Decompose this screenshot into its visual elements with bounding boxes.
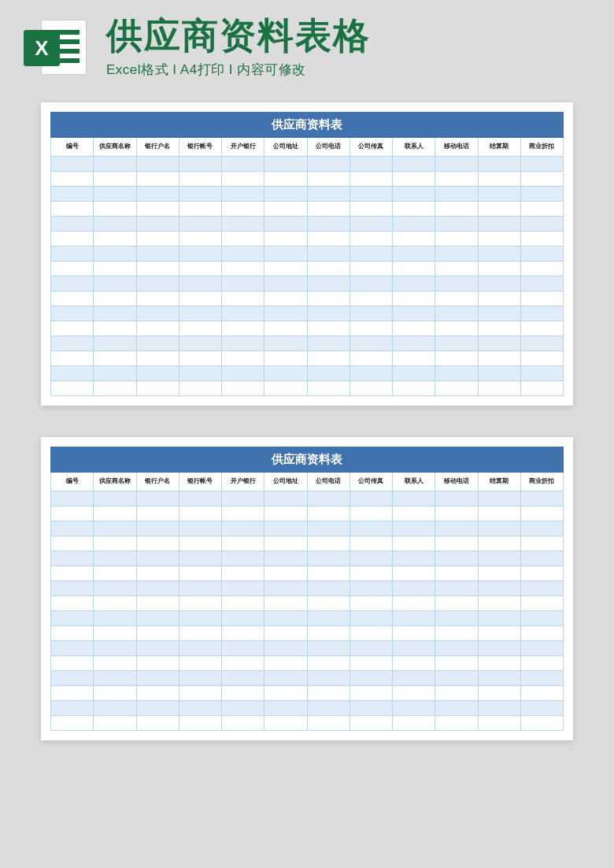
table-cell: [393, 491, 435, 506]
table-cell: [393, 276, 435, 291]
table-cell: [350, 156, 392, 171]
column-header: 结算期: [478, 472, 520, 491]
table-cell: [520, 595, 563, 610]
table-cell: [264, 336, 307, 351]
table-cell: [393, 610, 435, 625]
table-cell: [393, 306, 435, 321]
table-cell: [179, 231, 221, 246]
table-cell: [222, 306, 264, 321]
table-cell: [264, 365, 307, 380]
table-cell: [94, 261, 136, 276]
table-cell: [264, 321, 307, 336]
table-cell: [435, 595, 478, 610]
table-cell: [179, 536, 221, 551]
table-cell: [94, 291, 136, 306]
table-cell: [222, 521, 264, 536]
table-cell: [393, 321, 435, 336]
table-cell: [478, 336, 520, 351]
table-cell: [307, 491, 350, 506]
table-row: [51, 491, 564, 506]
table-cell: [94, 186, 136, 201]
table-cell: [520, 291, 563, 306]
table-row: [51, 536, 564, 551]
table-cell: [435, 521, 478, 536]
table-cell: [94, 715, 136, 730]
table-cell: [264, 276, 307, 291]
table-cell: [179, 625, 221, 640]
table-cell: [179, 365, 221, 380]
table-cell: [264, 216, 307, 231]
table-cell: [222, 321, 264, 336]
table-cell: [179, 321, 221, 336]
table-cell: [393, 380, 435, 395]
table-cell: [51, 186, 94, 201]
table-cell: [307, 655, 350, 670]
table-cell: [307, 536, 350, 551]
table-cell: [136, 380, 179, 395]
table-cell: [136, 551, 179, 566]
table-cell: [350, 216, 392, 231]
table-cell: [179, 171, 221, 186]
table-title: 供应商资料表: [51, 447, 564, 472]
table-cell: [307, 336, 350, 351]
table-cell: [179, 521, 221, 536]
page-subtitle: Excel格式 I A4打印 I 内容可修改: [106, 61, 590, 79]
table-cell: [179, 201, 221, 216]
table-cell: [264, 700, 307, 715]
table-cell: [264, 231, 307, 246]
table-cell: [94, 551, 136, 566]
table-cell: [478, 201, 520, 216]
table-cell: [307, 231, 350, 246]
table-cell: [307, 186, 350, 201]
table-cell: [307, 156, 350, 171]
table-cell: [520, 521, 563, 536]
table-cell: [51, 536, 94, 551]
table-cell: [264, 351, 307, 365]
table-row: [51, 670, 564, 685]
table-cell: [478, 536, 520, 551]
table-cell: [51, 551, 94, 566]
column-header: 银行户名: [136, 138, 179, 157]
table-cell: [478, 276, 520, 291]
column-header: 商业折扣: [520, 472, 563, 491]
table-cell: [264, 655, 307, 670]
table-cell: [51, 171, 94, 186]
table-cell: [435, 536, 478, 551]
table-cell: [520, 365, 563, 380]
table-cell: [350, 321, 392, 336]
table-cell: [51, 321, 94, 336]
table-cell: [136, 261, 179, 276]
table-cell: [222, 291, 264, 306]
table-cell: [94, 306, 136, 321]
table-cell: [478, 216, 520, 231]
table-cell: [222, 186, 264, 201]
column-header: 公司地址: [264, 472, 307, 491]
table-cell: [222, 276, 264, 291]
table-cell: [478, 521, 520, 536]
table-cell: [393, 715, 435, 730]
table-cell: [307, 201, 350, 216]
table-cell: [435, 655, 478, 670]
table-cell: [435, 551, 478, 566]
table-cell: [350, 655, 392, 670]
table-cell: [520, 276, 563, 291]
column-header: 银行帐号: [179, 138, 221, 157]
table-cell: [51, 640, 94, 655]
table-cell: [478, 685, 520, 700]
table-cell: [520, 610, 563, 625]
table-cell: [307, 685, 350, 700]
table-cell: [350, 536, 392, 551]
table-cell: [350, 640, 392, 655]
excel-badge: X: [24, 30, 60, 66]
page-title: 供应商资料表格: [106, 16, 590, 56]
table-cell: [179, 640, 221, 655]
table-cell: [350, 291, 392, 306]
sheet-preview-1: 供应商资料表编号供应商名称银行户名银行帐号开户银行公司地址公司电话公司传真联系人…: [41, 102, 573, 406]
table-cell: [136, 625, 179, 640]
table-cell: [51, 521, 94, 536]
table-cell: [51, 610, 94, 625]
table-cell: [179, 700, 221, 715]
table-cell: [51, 581, 94, 595]
table-row: [51, 715, 564, 730]
table-row: [51, 231, 564, 246]
